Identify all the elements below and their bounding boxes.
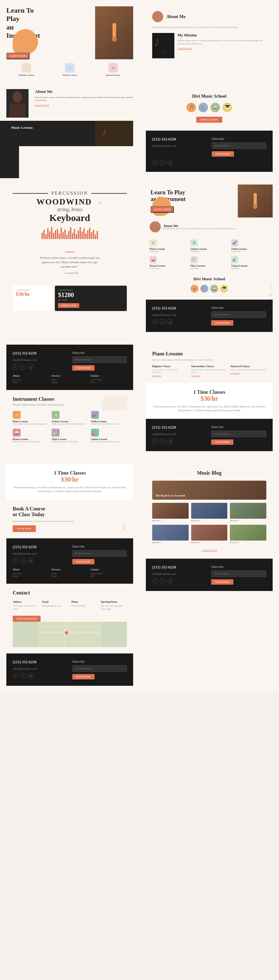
social-tw-r4[interactable]: t: [160, 578, 166, 584]
piano-intermediate-text: Take your skills to the next level with …: [191, 369, 227, 374]
blog-featured-image[interactable]: The Road Less Traveled: [152, 480, 266, 500]
piano-beginner[interactable]: Beginner Classes Learn the basics of pia…: [152, 365, 188, 377]
divi-cta: ENROLL NOW: [152, 116, 266, 123]
percussion-section: PERCUSSION WOODWIND → string, brass Keyb…: [6, 185, 133, 245]
send-message-button[interactable]: SEND MESSAGE: [13, 616, 41, 622]
class-weekly[interactable]: ♫ Weekly Classes: [50, 63, 90, 76]
hero-cta-button[interactable]: LEARN MORE: [6, 52, 29, 59]
social-twitter-right[interactable]: t: [160, 160, 166, 165]
ic-bass[interactable]: 🎸 Guitar Lessons Rock out with bass guit…: [91, 429, 127, 443]
footer-link-title-3: Contact: [90, 374, 127, 377]
footer-sub-btn-l3[interactable]: SUBSCRIBE: [72, 674, 94, 679]
footer-email-input-2[interactable]: [211, 311, 266, 318]
social-fb-l1[interactable]: f: [13, 364, 18, 370]
svg-rect-14: [253, 193, 257, 206]
divi-section: Divi Music School 🎵 🎸 🥁 🎹 ENROLL NOW: [146, 89, 273, 130]
book-button[interactable]: BOOK NOW: [13, 525, 36, 532]
blog-post-4[interactable]: Blog Post 4: [152, 525, 189, 543]
class-special[interactable]: ★ Special Classes: [93, 63, 133, 76]
inst-card-flute-2[interactable]: 🎷 Flute Lessons Learn flute: [191, 256, 228, 270]
footer-subscribe-right: Subscribe SUBSCRIBE: [212, 137, 267, 157]
ot-price-right: $30/hr: [152, 395, 266, 402]
social-fb-r3[interactable]: f: [152, 438, 158, 444]
svg-rect-18: [64, 622, 66, 647]
footer-email-input-r4[interactable]: [211, 570, 266, 577]
mission-section: ♪ ♫ My Mission Praesent sapien massa, co…: [152, 33, 266, 58]
price-card-large: 1 Month Classes $1200 per month ENROLL N…: [55, 286, 127, 311]
price-label-1: 1 Time Classes: [16, 289, 48, 291]
book-title: Book A Course or Class Today: [13, 506, 51, 517]
footer-sub-btn-r4[interactable]: SUBSCRIBE: [211, 579, 233, 585]
social-twitter-2[interactable]: t: [160, 319, 166, 325]
quote-author: — Jonathan Hill: [13, 272, 127, 275]
contact-phone-text: (215) 352-6258: [71, 605, 98, 608]
blog-post-3[interactable]: Blog Post 3: [230, 503, 266, 522]
social-gp-r3[interactable]: g: [167, 438, 173, 444]
divi-enroll-button[interactable]: ENROLL NOW: [196, 117, 222, 123]
blog-featured-label: The Road Less Traveled: [155, 494, 185, 497]
inst-card-violin-2[interactable]: 🎻 Violin Lessons Learn violin: [231, 239, 269, 253]
footer-sub-btn-l1[interactable]: SUBSCRIBE: [72, 365, 94, 371]
divi2-dot-2: 🎸: [200, 285, 208, 293]
hero2-cta[interactable]: LEARN MORE: [151, 206, 174, 213]
social-tw-r3[interactable]: t: [160, 438, 166, 444]
social-google-right[interactable]: g: [167, 160, 173, 165]
social-gp-l3[interactable]: g: [28, 673, 33, 678]
class-monthly[interactable]: ♪ Monthly Classes: [6, 63, 46, 76]
price-value-1: $30/hr: [16, 291, 48, 297]
ic-drum[interactable]: 🥁 Drum Lessons Keep the beat with our dr…: [13, 429, 48, 443]
keyboard-text: Keyboard: [13, 212, 127, 223]
social-fb-r4[interactable]: f: [152, 578, 158, 584]
footer-email-input-l2[interactable]: [72, 550, 127, 557]
footer-sub-btn-2[interactable]: SUBSCRIBE: [211, 320, 233, 326]
social-google-2[interactable]: g: [167, 319, 173, 325]
footer-right-4: (215) 352-6258 info@divimusic.com f t g …: [146, 558, 273, 591]
blog-thumb-2: [191, 503, 228, 519]
footer-links-l2: About Our Story Team Services Piano Guit…: [13, 568, 127, 578]
inst-card-piano-2[interactable]: ♪ Piano Lessons Learn piano: [150, 239, 187, 253]
social-facebook-2[interactable]: f: [152, 319, 158, 325]
blog-post-5[interactable]: Blog Post 5: [191, 525, 228, 543]
social-fb-l2[interactable]: f: [13, 558, 18, 563]
piano-beginner-link[interactable]: Learn More: [152, 375, 188, 377]
ic-guitar[interactable]: ♫ Guitar Lessons Master the guitar with …: [52, 411, 88, 425]
ic-piano[interactable]: ♪ Piano Lessons Learn to play the piano …: [13, 411, 48, 425]
footer-link-group-3: Contact Get In Touch FAQ: [90, 374, 127, 383]
social-tw-l2[interactable]: t: [20, 558, 26, 563]
social-tw-l3[interactable]: t: [20, 673, 26, 678]
blog-post-1[interactable]: Blog Post 1: [152, 503, 189, 522]
piano-advanced-link[interactable]: Learn More: [231, 372, 266, 374]
ic-violin[interactable]: 🎻 Violin Lessons Explore the world of cl…: [91, 411, 127, 425]
blog-post-2[interactable]: Blog Post 2: [191, 503, 228, 522]
avatar: [152, 11, 163, 22]
blog-grid-1: Blog Post 1 Blog Post 2 Blog Post 3: [152, 503, 266, 522]
social-facebook-right[interactable]: f: [152, 160, 158, 165]
about-link[interactable]: LEARN MORE: [35, 104, 133, 107]
social-tw-l1[interactable]: t: [20, 364, 26, 370]
piano-advanced[interactable]: Advanced Classes Master complex pieces w…: [231, 365, 266, 377]
mission-link[interactable]: LEARN MORE: [177, 47, 266, 50]
footer-subscribe-button-right[interactable]: SUBSCRIBE: [212, 151, 234, 157]
inst-card-guitar-2[interactable]: ♫ Guitar Lessons Learn guitar: [191, 239, 228, 253]
piano-intermediate[interactable]: Intermediate Classes Take your skills to…: [191, 365, 227, 377]
piano-intermediate-link[interactable]: Learn More: [191, 375, 227, 377]
inst-card-guitar3-2[interactable]: 🎸 Guitar Lessons Learn bass: [231, 256, 269, 270]
footer-email-input-right[interactable]: [212, 142, 267, 149]
enroll-button[interactable]: ENROLL NOW: [58, 303, 79, 308]
piano-section: Piano Lessons Praesent sapien massa, con…: [146, 345, 273, 383]
more-posts-button[interactable]: + More Posts: [202, 549, 217, 552]
footer-email-input-l3[interactable]: [72, 665, 127, 672]
footer-email-input-r3[interactable]: [211, 431, 266, 437]
blog-post-6[interactable]: Blog Post 6: [230, 525, 266, 543]
footer-email-input-l1[interactable]: [72, 356, 127, 363]
classes-row: ♪ Monthly Classes ♫ Weekly Classes ★ Spe…: [6, 59, 133, 76]
social-gp-l1[interactable]: g: [28, 364, 33, 370]
social-gp-r4[interactable]: g: [167, 578, 173, 584]
inst-card-drum-2[interactable]: 🥁 Drum Lessons Learn drums: [150, 256, 187, 270]
footer-sub-btn-l2[interactable]: SUBSCRIBE: [72, 559, 94, 564]
social-fb-l3[interactable]: f: [13, 673, 18, 678]
ic-flute[interactable]: 🎷 Flute Lessons Discover the beauty of f…: [52, 429, 88, 443]
social-gp-l2[interactable]: g: [28, 558, 33, 563]
footer-sub-btn-r3[interactable]: SUBSCRIBE: [211, 439, 233, 445]
footer-phone-l2: (215) 352-6258: [13, 545, 67, 549]
